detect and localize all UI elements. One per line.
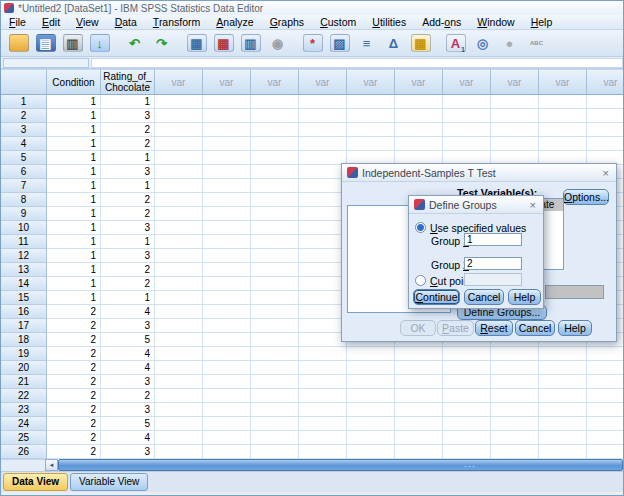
- menu-addons[interactable]: Add-ons: [414, 15, 469, 29]
- cell[interactable]: 1: [47, 221, 101, 235]
- row-header[interactable]: 19: [1, 347, 47, 361]
- row-header[interactable]: 7: [1, 179, 47, 193]
- row-header[interactable]: 18: [1, 333, 47, 347]
- cell[interactable]: [395, 347, 443, 361]
- cell[interactable]: 1: [101, 291, 155, 305]
- row-header[interactable]: 2: [1, 109, 47, 123]
- cell[interactable]: [299, 347, 347, 361]
- cell[interactable]: [587, 389, 624, 403]
- cell[interactable]: [395, 95, 443, 109]
- cell[interactable]: [155, 221, 203, 235]
- column-header-var[interactable]: var: [155, 69, 203, 95]
- cell[interactable]: [299, 403, 347, 417]
- cell[interactable]: [155, 389, 203, 403]
- cell[interactable]: [155, 95, 203, 109]
- cell[interactable]: [251, 249, 299, 263]
- cell[interactable]: [155, 277, 203, 291]
- cell[interactable]: 2: [101, 263, 155, 277]
- row-header[interactable]: 11: [1, 235, 47, 249]
- cell[interactable]: [251, 221, 299, 235]
- menu-custom[interactable]: Custom: [312, 15, 364, 29]
- cell[interactable]: [299, 109, 347, 123]
- cell[interactable]: [491, 361, 539, 375]
- cell[interactable]: [587, 375, 624, 389]
- cell[interactable]: [203, 151, 251, 165]
- use-specified-values-radio[interactable]: [415, 222, 426, 233]
- cell[interactable]: [299, 431, 347, 445]
- cell[interactable]: 2: [101, 277, 155, 291]
- cell[interactable]: 2: [47, 319, 101, 333]
- cell[interactable]: [491, 375, 539, 389]
- row-header[interactable]: 4: [1, 137, 47, 151]
- cell[interactable]: [539, 109, 587, 123]
- cell[interactable]: [347, 417, 395, 431]
- cell[interactable]: [491, 137, 539, 151]
- cell[interactable]: [587, 137, 624, 151]
- split-file-icon[interactable]: ≡: [353, 31, 380, 55]
- continue-button[interactable]: Continue: [413, 289, 460, 305]
- cell[interactable]: 2: [47, 375, 101, 389]
- ttest-dialog-title-bar[interactable]: Independent-Samples T Test ×: [342, 164, 616, 182]
- cell[interactable]: [203, 249, 251, 263]
- menu-data[interactable]: Data: [107, 15, 145, 29]
- cell[interactable]: [347, 375, 395, 389]
- cell[interactable]: [251, 263, 299, 277]
- cell[interactable]: [299, 417, 347, 431]
- cell[interactable]: [155, 445, 203, 459]
- cell[interactable]: [203, 431, 251, 445]
- menu-analyze[interactable]: Analyze: [208, 15, 261, 29]
- cell[interactable]: [299, 249, 347, 263]
- cell[interactable]: [299, 179, 347, 193]
- cell[interactable]: [203, 193, 251, 207]
- cell[interactable]: [155, 431, 203, 445]
- row-header[interactable]: 20: [1, 361, 47, 375]
- cell[interactable]: [491, 389, 539, 403]
- cell[interactable]: [251, 347, 299, 361]
- cell[interactable]: [587, 95, 624, 109]
- cell[interactable]: [443, 95, 491, 109]
- cell[interactable]: [443, 389, 491, 403]
- cell[interactable]: [203, 109, 251, 123]
- cell[interactable]: [251, 165, 299, 179]
- cell[interactable]: [587, 347, 624, 361]
- cell[interactable]: 2: [47, 417, 101, 431]
- cell[interactable]: 2: [101, 123, 155, 137]
- cell[interactable]: [347, 445, 395, 459]
- cell[interactable]: [395, 389, 443, 403]
- cell[interactable]: [251, 235, 299, 249]
- open-data-icon[interactable]: [5, 31, 32, 55]
- cell[interactable]: [203, 235, 251, 249]
- row-header[interactable]: 12: [1, 249, 47, 263]
- cell[interactable]: [395, 137, 443, 151]
- dg-cancel-button[interactable]: Cancel: [464, 289, 504, 305]
- cell[interactable]: [155, 305, 203, 319]
- cell[interactable]: [203, 95, 251, 109]
- cell[interactable]: 3: [101, 165, 155, 179]
- cell[interactable]: 2: [47, 403, 101, 417]
- cell[interactable]: [299, 165, 347, 179]
- cell[interactable]: [395, 361, 443, 375]
- column-header-var[interactable]: var: [587, 69, 624, 95]
- cell[interactable]: [587, 361, 624, 375]
- row-header[interactable]: 17: [1, 319, 47, 333]
- insert-cases-icon[interactable]: *: [299, 31, 326, 55]
- cell[interactable]: [251, 193, 299, 207]
- cell[interactable]: 3: [101, 403, 155, 417]
- cell[interactable]: [491, 347, 539, 361]
- cell[interactable]: 1: [47, 137, 101, 151]
- row-header[interactable]: 5: [1, 151, 47, 165]
- column-header-var[interactable]: var: [299, 69, 347, 95]
- cell[interactable]: [155, 151, 203, 165]
- cell[interactable]: [155, 165, 203, 179]
- cell[interactable]: [299, 445, 347, 459]
- cell[interactable]: [251, 109, 299, 123]
- row-header[interactable]: 1: [1, 95, 47, 109]
- cell[interactable]: [491, 109, 539, 123]
- cell[interactable]: [299, 277, 347, 291]
- cell[interactable]: [539, 375, 587, 389]
- menu-graphs[interactable]: Graphs: [262, 15, 312, 29]
- cell[interactable]: [203, 319, 251, 333]
- cell[interactable]: 4: [101, 305, 155, 319]
- cell-editor-field[interactable]: [91, 58, 623, 68]
- cell[interactable]: [203, 347, 251, 361]
